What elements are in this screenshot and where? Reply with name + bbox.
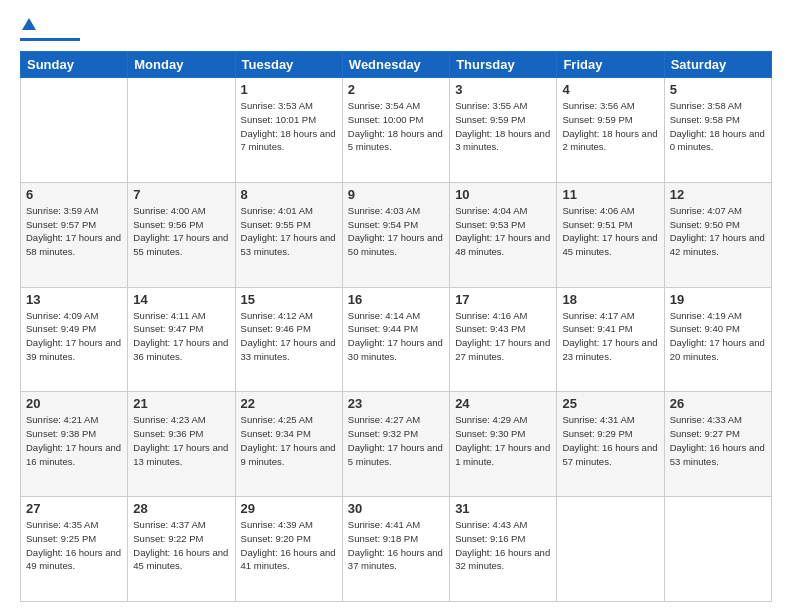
calendar-week-row: 13Sunrise: 4:09 AM Sunset: 9:49 PM Dayli… (21, 287, 772, 392)
day-info: Sunrise: 4:23 AM Sunset: 9:36 PM Dayligh… (133, 413, 229, 468)
day-info: Sunrise: 4:07 AM Sunset: 9:50 PM Dayligh… (670, 204, 766, 259)
day-number: 15 (241, 292, 337, 307)
calendar-cell: 7Sunrise: 4:00 AM Sunset: 9:56 PM Daylig… (128, 182, 235, 287)
calendar-cell (664, 497, 771, 602)
day-number: 11 (562, 187, 658, 202)
calendar-cell: 29Sunrise: 4:39 AM Sunset: 9:20 PM Dayli… (235, 497, 342, 602)
header (20, 16, 772, 41)
calendar-header-monday: Monday (128, 52, 235, 78)
calendar-cell (557, 497, 664, 602)
day-info: Sunrise: 4:12 AM Sunset: 9:46 PM Dayligh… (241, 309, 337, 364)
day-number: 21 (133, 396, 229, 411)
calendar-cell: 11Sunrise: 4:06 AM Sunset: 9:51 PM Dayli… (557, 182, 664, 287)
calendar-cell: 18Sunrise: 4:17 AM Sunset: 9:41 PM Dayli… (557, 287, 664, 392)
day-number: 7 (133, 187, 229, 202)
calendar-header-saturday: Saturday (664, 52, 771, 78)
day-number: 14 (133, 292, 229, 307)
day-number: 31 (455, 501, 551, 516)
day-info: Sunrise: 4:14 AM Sunset: 9:44 PM Dayligh… (348, 309, 444, 364)
day-info: Sunrise: 4:17 AM Sunset: 9:41 PM Dayligh… (562, 309, 658, 364)
day-info: Sunrise: 4:11 AM Sunset: 9:47 PM Dayligh… (133, 309, 229, 364)
calendar-cell: 31Sunrise: 4:43 AM Sunset: 9:16 PM Dayli… (450, 497, 557, 602)
calendar-cell: 9Sunrise: 4:03 AM Sunset: 9:54 PM Daylig… (342, 182, 449, 287)
day-number: 30 (348, 501, 444, 516)
calendar-week-row: 6Sunrise: 3:59 AM Sunset: 9:57 PM Daylig… (21, 182, 772, 287)
day-number: 29 (241, 501, 337, 516)
calendar-cell (21, 78, 128, 183)
day-info: Sunrise: 4:19 AM Sunset: 9:40 PM Dayligh… (670, 309, 766, 364)
day-info: Sunrise: 4:37 AM Sunset: 9:22 PM Dayligh… (133, 518, 229, 573)
day-number: 24 (455, 396, 551, 411)
calendar-cell: 8Sunrise: 4:01 AM Sunset: 9:55 PM Daylig… (235, 182, 342, 287)
day-number: 18 (562, 292, 658, 307)
day-number: 20 (26, 396, 122, 411)
day-number: 9 (348, 187, 444, 202)
day-info: Sunrise: 4:35 AM Sunset: 9:25 PM Dayligh… (26, 518, 122, 573)
day-number: 2 (348, 82, 444, 97)
calendar-cell: 22Sunrise: 4:25 AM Sunset: 9:34 PM Dayli… (235, 392, 342, 497)
calendar-header-sunday: Sunday (21, 52, 128, 78)
day-info: Sunrise: 4:41 AM Sunset: 9:18 PM Dayligh… (348, 518, 444, 573)
day-info: Sunrise: 3:56 AM Sunset: 9:59 PM Dayligh… (562, 99, 658, 154)
day-number: 3 (455, 82, 551, 97)
day-number: 6 (26, 187, 122, 202)
calendar-header-friday: Friday (557, 52, 664, 78)
day-number: 28 (133, 501, 229, 516)
day-info: Sunrise: 3:53 AM Sunset: 10:01 PM Daylig… (241, 99, 337, 154)
day-number: 8 (241, 187, 337, 202)
day-info: Sunrise: 3:54 AM Sunset: 10:00 PM Daylig… (348, 99, 444, 154)
day-info: Sunrise: 3:59 AM Sunset: 9:57 PM Dayligh… (26, 204, 122, 259)
calendar-cell: 25Sunrise: 4:31 AM Sunset: 9:29 PM Dayli… (557, 392, 664, 497)
day-number: 16 (348, 292, 444, 307)
day-info: Sunrise: 4:29 AM Sunset: 9:30 PM Dayligh… (455, 413, 551, 468)
svg-marker-0 (22, 18, 36, 30)
calendar-cell: 3Sunrise: 3:55 AM Sunset: 9:59 PM Daylig… (450, 78, 557, 183)
day-info: Sunrise: 4:25 AM Sunset: 9:34 PM Dayligh… (241, 413, 337, 468)
day-number: 12 (670, 187, 766, 202)
calendar-cell: 10Sunrise: 4:04 AM Sunset: 9:53 PM Dayli… (450, 182, 557, 287)
day-number: 4 (562, 82, 658, 97)
day-info: Sunrise: 3:58 AM Sunset: 9:58 PM Dayligh… (670, 99, 766, 154)
calendar-cell: 16Sunrise: 4:14 AM Sunset: 9:44 PM Dayli… (342, 287, 449, 392)
calendar-cell: 20Sunrise: 4:21 AM Sunset: 9:38 PM Dayli… (21, 392, 128, 497)
calendar-cell: 24Sunrise: 4:29 AM Sunset: 9:30 PM Dayli… (450, 392, 557, 497)
calendar-week-row: 1Sunrise: 3:53 AM Sunset: 10:01 PM Dayli… (21, 78, 772, 183)
day-number: 27 (26, 501, 122, 516)
day-info: Sunrise: 4:09 AM Sunset: 9:49 PM Dayligh… (26, 309, 122, 364)
calendar-cell: 23Sunrise: 4:27 AM Sunset: 9:32 PM Dayli… (342, 392, 449, 497)
calendar-cell: 17Sunrise: 4:16 AM Sunset: 9:43 PM Dayli… (450, 287, 557, 392)
day-info: Sunrise: 4:27 AM Sunset: 9:32 PM Dayligh… (348, 413, 444, 468)
calendar-cell: 5Sunrise: 3:58 AM Sunset: 9:58 PM Daylig… (664, 78, 771, 183)
calendar-cell: 14Sunrise: 4:11 AM Sunset: 9:47 PM Dayli… (128, 287, 235, 392)
day-info: Sunrise: 4:39 AM Sunset: 9:20 PM Dayligh… (241, 518, 337, 573)
calendar-cell: 30Sunrise: 4:41 AM Sunset: 9:18 PM Dayli… (342, 497, 449, 602)
day-number: 22 (241, 396, 337, 411)
calendar-cell: 27Sunrise: 4:35 AM Sunset: 9:25 PM Dayli… (21, 497, 128, 602)
calendar-cell: 6Sunrise: 3:59 AM Sunset: 9:57 PM Daylig… (21, 182, 128, 287)
calendar-header-wednesday: Wednesday (342, 52, 449, 78)
day-info: Sunrise: 4:21 AM Sunset: 9:38 PM Dayligh… (26, 413, 122, 468)
page: SundayMondayTuesdayWednesdayThursdayFrid… (0, 0, 792, 612)
calendar-table: SundayMondayTuesdayWednesdayThursdayFrid… (20, 51, 772, 602)
day-info: Sunrise: 4:03 AM Sunset: 9:54 PM Dayligh… (348, 204, 444, 259)
day-info: Sunrise: 4:43 AM Sunset: 9:16 PM Dayligh… (455, 518, 551, 573)
logo-line (20, 38, 80, 41)
day-number: 23 (348, 396, 444, 411)
day-info: Sunrise: 4:04 AM Sunset: 9:53 PM Dayligh… (455, 204, 551, 259)
day-info: Sunrise: 4:16 AM Sunset: 9:43 PM Dayligh… (455, 309, 551, 364)
calendar-cell: 13Sunrise: 4:09 AM Sunset: 9:49 PM Dayli… (21, 287, 128, 392)
day-info: Sunrise: 4:06 AM Sunset: 9:51 PM Dayligh… (562, 204, 658, 259)
logo (20, 16, 80, 41)
day-number: 26 (670, 396, 766, 411)
logo-icon (21, 16, 37, 32)
calendar-cell: 26Sunrise: 4:33 AM Sunset: 9:27 PM Dayli… (664, 392, 771, 497)
day-info: Sunrise: 4:31 AM Sunset: 9:29 PM Dayligh… (562, 413, 658, 468)
day-info: Sunrise: 4:01 AM Sunset: 9:55 PM Dayligh… (241, 204, 337, 259)
day-info: Sunrise: 3:55 AM Sunset: 9:59 PM Dayligh… (455, 99, 551, 154)
calendar-cell: 19Sunrise: 4:19 AM Sunset: 9:40 PM Dayli… (664, 287, 771, 392)
day-number: 1 (241, 82, 337, 97)
day-number: 17 (455, 292, 551, 307)
calendar-week-row: 20Sunrise: 4:21 AM Sunset: 9:38 PM Dayli… (21, 392, 772, 497)
day-number: 13 (26, 292, 122, 307)
day-number: 25 (562, 396, 658, 411)
